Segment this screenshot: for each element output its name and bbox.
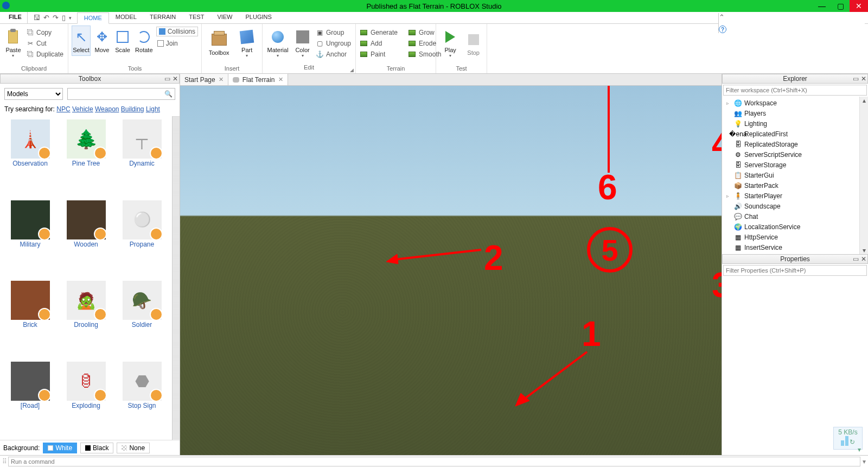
chevron-down-icon[interactable]: ▾ bbox=[858, 446, 861, 453]
close-icon[interactable]: ✕ bbox=[278, 76, 283, 83]
tab-home[interactable]: HOME bbox=[77, 12, 109, 24]
close-button[interactable]: ✕ bbox=[850, 0, 868, 12]
expand-icon[interactable]: ▹ bbox=[726, 100, 732, 106]
undock-icon[interactable]: ▭ bbox=[164, 75, 170, 83]
properties-filter-input[interactable] bbox=[724, 266, 866, 275]
minimize-button[interactable]: — bbox=[813, 0, 831, 12]
tree-row[interactable]: 💡Lighting bbox=[722, 118, 859, 129]
tree-row[interactable]: 🔊Soundscape bbox=[722, 201, 859, 211]
file-menu[interactable]: FILE bbox=[3, 12, 28, 23]
cut-button[interactable]: ✂Cut bbox=[25, 39, 65, 48]
collisions-toggle[interactable]: Collisions bbox=[156, 27, 198, 36]
color-button[interactable]: Color▾ bbox=[292, 26, 313, 61]
refresh-icon[interactable]: ↻ bbox=[850, 438, 855, 446]
material-button[interactable]: Material▾ bbox=[266, 26, 290, 61]
close-icon[interactable]: ✕ bbox=[173, 75, 178, 83]
tab-model[interactable]: MODEL bbox=[109, 12, 143, 23]
select-button[interactable]: ↖Select bbox=[72, 26, 91, 56]
anchor-button[interactable]: ⚓Anchor bbox=[315, 49, 352, 59]
toolbox-item[interactable]: 🧟Drooling bbox=[59, 281, 113, 356]
tree-row[interactable]: ▦InsertService bbox=[722, 242, 859, 253]
doc-tab-flat-terrain[interactable]: Flat Terrain✕ bbox=[228, 74, 288, 85]
terrain-paint-button[interactable]: Paint bbox=[359, 49, 399, 59]
viewport-3d[interactable]: 7 6 4 5 2 3 1 bbox=[180, 86, 722, 455]
bg-white-button[interactable]: White bbox=[43, 443, 77, 453]
doc-tab-start[interactable]: Start Page✕ bbox=[180, 74, 228, 85]
toolbox-item[interactable]: 🗼Observation bbox=[3, 119, 57, 195]
group-button[interactable]: ▣Group bbox=[315, 28, 352, 37]
hint-link[interactable]: Light bbox=[146, 105, 160, 113]
chevron-down-icon[interactable]: ▾ bbox=[863, 458, 866, 465]
undock-icon[interactable]: ▭ bbox=[853, 75, 859, 83]
stop-button[interactable]: Stop bbox=[463, 26, 483, 61]
tree-row[interactable]: 💬Chat bbox=[722, 211, 859, 222]
dialog-launcher-icon[interactable]: ◢ bbox=[266, 67, 354, 73]
close-icon[interactable]: ✕ bbox=[861, 255, 866, 263]
tab-test[interactable]: TEST bbox=[182, 12, 210, 23]
explorer-tree[interactable]: ▹🌐Workspace👥Players💡Lighting�enaReplicat… bbox=[722, 97, 859, 254]
toolbox-item[interactable]: Brick bbox=[3, 281, 57, 356]
maximize-button[interactable]: ▢ bbox=[831, 0, 850, 12]
hint-link[interactable]: Building bbox=[121, 105, 144, 113]
terrain-add-button[interactable]: Add bbox=[359, 39, 399, 48]
undock-icon[interactable]: ▭ bbox=[853, 255, 859, 263]
ungroup-button[interactable]: ▢Ungroup bbox=[315, 39, 352, 48]
close-icon[interactable]: ✕ bbox=[861, 75, 866, 83]
toolbox-button[interactable]: Toolbox bbox=[205, 26, 233, 61]
toolbox-search-input[interactable] bbox=[70, 90, 164, 98]
hint-link[interactable]: Vehicle bbox=[72, 105, 93, 113]
tree-row[interactable]: 📋StarterGui bbox=[722, 170, 859, 180]
terrain-generate-button[interactable]: Generate bbox=[359, 28, 399, 37]
command-input[interactable] bbox=[8, 457, 860, 466]
explorer-scrollbar[interactable]: ▴▾ bbox=[859, 97, 868, 254]
part-button[interactable]: Part▾ bbox=[235, 26, 259, 61]
toolbox-category-select[interactable]: Models bbox=[4, 88, 63, 100]
tab-terrain[interactable]: TERRAIN bbox=[143, 12, 182, 23]
toolbox-scrollbar[interactable] bbox=[172, 116, 180, 440]
tree-row[interactable]: 🗄ReplicatedStorage bbox=[722, 139, 859, 149]
tree-row[interactable]: ▹🧍StarterPlayer bbox=[722, 191, 859, 201]
duplicate-button[interactable]: ⿻Duplicate bbox=[25, 49, 65, 59]
hint-link[interactable]: NPC bbox=[56, 105, 70, 113]
tree-row[interactable]: 🗄ServerStorage bbox=[722, 160, 859, 170]
hint-link[interactable]: Weapon bbox=[95, 105, 119, 113]
toolbox-item[interactable]: [Road] bbox=[3, 362, 57, 437]
redo-icon[interactable]: ↷ bbox=[53, 14, 59, 22]
qat-drop-icon[interactable]: ▾ bbox=[69, 15, 72, 21]
tree-row[interactable]: 🌍LocalizationService bbox=[722, 222, 859, 232]
grip-icon[interactable]: ⠿ bbox=[2, 458, 6, 465]
tree-row[interactable]: 📦StarterPack bbox=[722, 180, 859, 191]
collapse-ribbon-icon[interactable]: ⌃ bbox=[719, 13, 865, 21]
help-icon[interactable]: ? bbox=[719, 26, 726, 33]
tree-row[interactable]: �enaReplicatedFirst bbox=[722, 129, 859, 139]
expand-icon[interactable]: ▹ bbox=[726, 193, 732, 199]
tree-row[interactable]: ▦HttpService bbox=[722, 232, 859, 242]
bg-none-button[interactable]: None bbox=[117, 443, 150, 453]
tree-row[interactable]: 👥Players bbox=[722, 108, 859, 118]
close-icon[interactable]: ✕ bbox=[219, 76, 224, 83]
toolbox-item[interactable]: ⬣Stop Sign bbox=[115, 362, 169, 437]
toolbox-item[interactable]: ┬Dynamic bbox=[115, 119, 169, 195]
toolbox-item[interactable]: 🛢Exploding bbox=[59, 362, 113, 437]
undo-icon[interactable]: ↶ bbox=[43, 14, 49, 22]
tab-view[interactable]: VIEW bbox=[210, 12, 239, 23]
scale-button[interactable]: Scale bbox=[113, 26, 132, 56]
toolbox-item[interactable]: ⚪Propane bbox=[115, 200, 169, 276]
save-icon[interactable]: 🖫 bbox=[33, 14, 40, 22]
explorer-filter-input[interactable] bbox=[724, 85, 866, 95]
rotate-button[interactable]: Rotate bbox=[134, 26, 154, 56]
play-button[interactable]: Play▾ bbox=[439, 26, 461, 61]
tab-plugins[interactable]: PLUGINS bbox=[239, 12, 278, 23]
join-toggle[interactable]: Join bbox=[156, 39, 198, 48]
paste-button[interactable]: Paste ▾ bbox=[3, 26, 23, 61]
toolbox-item[interactable]: Military bbox=[3, 200, 57, 276]
bg-black-button[interactable]: Black bbox=[80, 443, 113, 453]
toolbox-item[interactable]: 🌲Pine Tree bbox=[59, 119, 113, 195]
toolbox-item[interactable]: Wooden bbox=[59, 200, 113, 276]
toolbox-item[interactable]: 🪖Soldier bbox=[115, 281, 169, 356]
tree-row[interactable]: ⚙ServerScriptService bbox=[722, 149, 859, 160]
move-button[interactable]: ✥Move bbox=[93, 26, 111, 56]
toolbox-search[interactable]: 🔍 bbox=[67, 88, 175, 100]
copy-button[interactable]: ⿻Copy bbox=[25, 28, 65, 37]
tree-row[interactable]: ▹🌐Workspace bbox=[722, 98, 859, 108]
